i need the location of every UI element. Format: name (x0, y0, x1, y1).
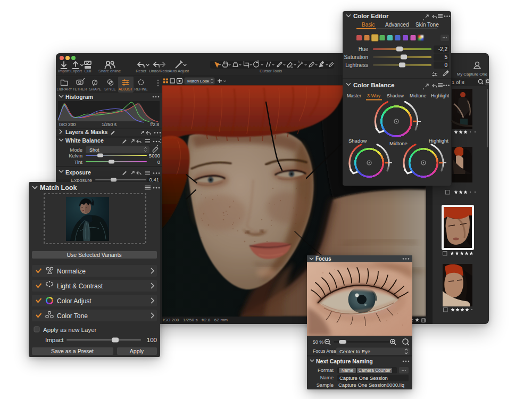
svg-text:Use Selected Variants: Use Selected Variants (66, 252, 121, 258)
svg-text:Name: Name (342, 368, 354, 373)
svg-text:Tint: Tint (74, 159, 83, 165)
svg-text:Color Adjust: Color Adjust (57, 297, 92, 305)
svg-text:Share online: Share online (98, 69, 121, 73)
svg-text:1/250 s: 1/250 s (102, 122, 117, 127)
svg-text:Hue: Hue (359, 46, 369, 52)
svg-text:Impact: Impact (45, 337, 64, 343)
svg-text:White Balance: White Balance (65, 137, 104, 144)
svg-text:Next Capture Naming: Next Capture Naming (316, 358, 373, 364)
svg-text:REFINE: REFINE (135, 87, 148, 91)
svg-text:Camera Counter: Camera Counter (359, 368, 391, 373)
svg-text:50 %: 50 % (313, 339, 323, 345)
svg-text:Save as a Preset: Save as a Preset (51, 348, 94, 354)
svg-text:My Capture One: My Capture One (457, 72, 487, 77)
svg-text:Capture One Session0000.iiq: Capture One Session0000.iiq (338, 382, 404, 388)
svg-text:SHAPE: SHAPE (89, 87, 102, 91)
svg-text:Normalize: Normalize (57, 268, 86, 275)
svg-text:Undo/Redo: Undo/Redo (149, 69, 169, 73)
svg-text:ISO 200: ISO 200 (59, 122, 76, 127)
svg-text:5000: 5000 (149, 153, 160, 159)
svg-text:Name: Name (320, 375, 334, 380)
svg-text:Focus Area: Focus Area (313, 348, 336, 354)
svg-text:Light & Contrast: Light & Contrast (57, 282, 103, 290)
svg-text:Layers & Masks: Layers & Masks (65, 129, 108, 135)
svg-text:Cull: Cull (85, 69, 92, 73)
svg-text:TETHER: TETHER (72, 87, 87, 91)
svg-text:f/2.8: f/2.8 (150, 122, 159, 127)
svg-text:-2,2: -2,2 (438, 46, 448, 52)
svg-text:5: 5 (444, 54, 447, 60)
svg-text:LIBRARY: LIBRARY (57, 87, 72, 91)
svg-text:Center to Eye: Center to Eye (339, 348, 370, 354)
svg-text:100: 100 (147, 337, 157, 343)
svg-text:0,41: 0,41 (149, 177, 160, 182)
svg-text:Histogram: Histogram (65, 94, 93, 100)
svg-text:Cursor Tools: Cursor Tools (260, 69, 282, 73)
svg-text:STYLE: STYLE (104, 87, 116, 91)
svg-text:ADJUST: ADJUST (119, 87, 132, 91)
svg-text:Color Editor: Color Editor (353, 13, 389, 19)
svg-text:0: 0 (444, 62, 447, 68)
svg-text:Exposure: Exposure (65, 169, 91, 176)
svg-text:Sample: Sample (317, 382, 334, 388)
svg-text:Mode: Mode (70, 147, 82, 153)
svg-text:Skin Tone: Skin Tone (415, 22, 439, 28)
svg-text:Match Look: Match Look (40, 184, 77, 192)
svg-text:Reset: Reset (136, 69, 147, 73)
svg-text:Capture One Session: Capture One Session (339, 375, 388, 381)
svg-text:Match Look: Match Look (187, 79, 210, 84)
svg-text:1 of 8: 1 of 8 (452, 79, 464, 85)
svg-text:Advanced: Advanced (385, 22, 409, 28)
svg-text:Apply: Apply (130, 348, 144, 354)
svg-text:Import: Import (58, 69, 70, 73)
svg-text:0: 0 (157, 159, 160, 165)
svg-text:Apply as new Layer: Apply as new Layer (43, 327, 97, 333)
svg-text:Basic: Basic (362, 22, 375, 28)
svg-text:Saturation: Saturation (344, 54, 368, 60)
svg-text:Shot: Shot (89, 147, 99, 153)
svg-text:Export: Export (70, 69, 82, 73)
svg-text:Focus: Focus (315, 256, 331, 262)
svg-text:Format: Format (318, 367, 334, 373)
svg-text:Color Tone: Color Tone (57, 312, 88, 320)
svg-text:Auto Adjust: Auto Adjust (169, 69, 189, 73)
svg-text:Lightness: Lightness (345, 62, 368, 68)
svg-text:Kelvin: Kelvin (69, 153, 82, 159)
